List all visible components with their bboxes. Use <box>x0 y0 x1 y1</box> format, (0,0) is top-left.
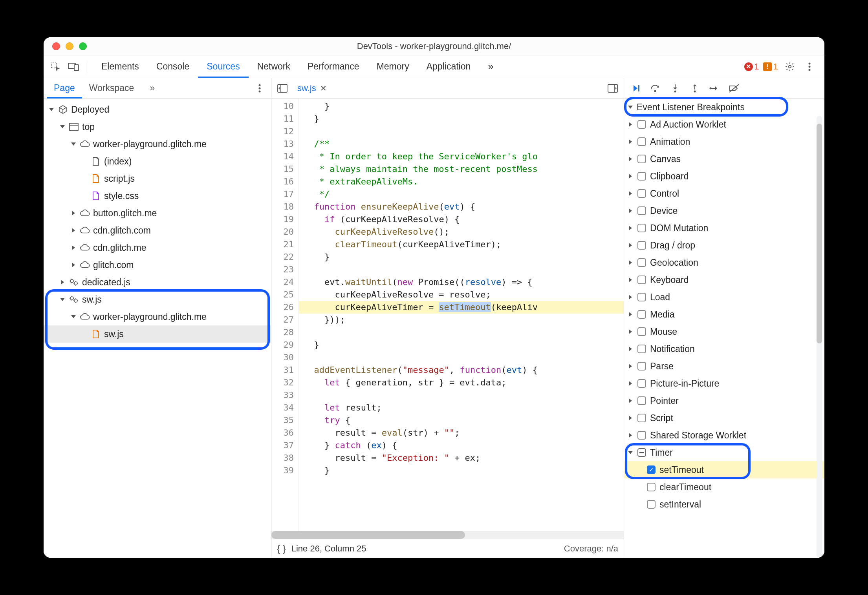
breakpoint-item[interactable]: setInterval <box>624 496 824 513</box>
panel-tab-memory[interactable]: Memory <box>368 55 418 78</box>
code-line[interactable]: })); <box>299 314 624 326</box>
settings-gear-icon[interactable] <box>782 59 798 75</box>
checkbox[interactable] <box>637 293 646 301</box>
checkbox[interactable] <box>637 206 646 215</box>
tree-node[interactable]: dedicated.js <box>44 274 271 291</box>
breakpoint-category[interactable]: DOM Mutation <box>624 219 824 237</box>
warning-badge[interactable]: !1 <box>763 62 778 72</box>
code-line[interactable]: } <box>299 339 624 351</box>
step-into-icon[interactable] <box>667 80 684 97</box>
checkbox[interactable] <box>637 345 646 353</box>
editor-file-tab[interactable]: sw.js ✕ <box>294 83 330 93</box>
inspect-element-icon[interactable] <box>48 59 63 75</box>
panel-tab-elements[interactable]: Elements <box>93 55 148 78</box>
code-line[interactable]: function ensureKeepAlive(evt) { <box>299 201 624 213</box>
code-line[interactable]: if (curKeepAliveResolve) { <box>299 213 624 226</box>
code-line[interactable] <box>299 125 624 138</box>
breakpoint-item[interactable]: setTimeout <box>624 461 824 478</box>
breakpoint-category[interactable]: Pointer <box>624 392 824 409</box>
breakpoint-category[interactable]: Mouse <box>624 323 824 340</box>
checkbox[interactable] <box>637 224 646 232</box>
tree-node[interactable]: style.css <box>44 187 271 204</box>
checkbox[interactable] <box>637 172 646 181</box>
checkbox[interactable] <box>637 276 646 284</box>
tree-node[interactable]: sw.js <box>44 291 271 308</box>
checkbox[interactable] <box>637 362 646 371</box>
code-line[interactable]: } catch (ex) { <box>299 439 624 452</box>
toggle-navigator-icon[interactable] <box>275 80 290 96</box>
checkbox[interactable] <box>647 500 656 509</box>
breakpoint-category[interactable]: Drag / drop <box>624 237 824 254</box>
tree-node[interactable]: Deployed <box>44 101 271 118</box>
code-line[interactable] <box>299 326 624 339</box>
checkbox[interactable] <box>637 241 646 250</box>
breakpoint-category[interactable]: Ad Auction Worklet <box>624 116 824 133</box>
code-area[interactable]: } } /** * In order to keep the ServiceWo… <box>299 99 624 531</box>
scroll-thumb[interactable] <box>271 531 465 539</box>
code-line[interactable]: */ <box>299 188 624 201</box>
checkbox[interactable] <box>647 483 656 491</box>
code-line[interactable] <box>299 351 624 364</box>
breakpoint-category[interactable]: Parse <box>624 358 824 375</box>
code-line[interactable]: try { <box>299 414 624 427</box>
tree-node[interactable]: cdn.glitch.com <box>44 222 271 239</box>
breakpoint-category[interactable]: Clipboard <box>624 168 824 185</box>
checkbox[interactable] <box>637 189 646 198</box>
code-line[interactable]: let { generation, str } = evt.data; <box>299 376 624 389</box>
deactivate-breakpoints-icon[interactable] <box>725 80 743 97</box>
code-line[interactable]: clearTimeout(curKeepAliveTimer); <box>299 238 624 251</box>
device-toolbar-icon[interactable] <box>66 59 81 75</box>
checkbox[interactable] <box>637 379 646 388</box>
panel-tab-sources[interactable]: Sources <box>198 55 248 78</box>
checkbox[interactable] <box>637 310 646 319</box>
navigator-kebab-icon[interactable] <box>251 78 268 99</box>
step-over-icon[interactable] <box>647 80 664 97</box>
navigator-subtabs-overflow-icon[interactable]: » <box>143 78 162 99</box>
panel-tab-network[interactable]: Network <box>249 55 299 78</box>
code-line[interactable]: * In order to keep the ServiceWorker's g… <box>299 150 624 163</box>
breakpoint-category[interactable]: Canvas <box>624 150 824 168</box>
toggle-debugger-icon[interactable] <box>605 80 621 96</box>
horizontal-scrollbar[interactable] <box>271 531 624 539</box>
tree-node[interactable]: glitch.com <box>44 256 271 274</box>
code-line[interactable]: } <box>299 464 624 477</box>
code-line[interactable]: } <box>299 113 624 125</box>
checkbox[interactable] <box>637 258 646 267</box>
code-line[interactable]: addEventListener("message", function(evt… <box>299 364 624 376</box>
breakpoint-category[interactable]: Media <box>624 306 824 323</box>
code-line[interactable]: let result; <box>299 402 624 414</box>
tree-node[interactable]: script.js <box>44 170 271 187</box>
breakpoint-item[interactable]: clearTimeout <box>624 478 824 496</box>
breakpoint-category[interactable]: Animation <box>624 133 824 150</box>
tree-node[interactable]: worker-playground.glitch.me <box>44 135 271 153</box>
code-line[interactable]: result = "Exception: " + ex; <box>299 452 624 464</box>
error-badge[interactable]: ✕1 <box>744 62 759 72</box>
breakpoint-category[interactable]: Timer <box>624 444 824 461</box>
scroll-thumb[interactable] <box>817 124 822 343</box>
tree-node[interactable]: cdn.glitch.me <box>44 239 271 256</box>
tree-node[interactable]: worker-playground.glitch.me <box>44 308 271 325</box>
breakpoint-category[interactable]: Picture-in-Picture <box>624 375 824 392</box>
panel-tabs-overflow-icon[interactable]: » <box>479 55 502 78</box>
resume-icon[interactable] <box>627 80 645 97</box>
panel-tab-performance[interactable]: Performance <box>299 55 368 78</box>
close-tab-icon[interactable]: ✕ <box>320 84 327 93</box>
code-line[interactable] <box>299 389 624 402</box>
step-out-icon[interactable] <box>686 80 703 97</box>
breakpoint-category[interactable]: Keyboard <box>624 271 824 288</box>
tree-node[interactable]: sw.js <box>44 325 271 343</box>
navigator-subtab-workspace[interactable]: Workspace <box>82 78 141 99</box>
panel-tab-console[interactable]: Console <box>148 55 198 78</box>
pretty-print-icon[interactable]: { } <box>277 543 286 554</box>
checkbox[interactable] <box>637 327 646 336</box>
code-line[interactable]: curKeepAliveResolve = resolve; <box>299 288 624 301</box>
code-line[interactable]: } <box>299 100 624 113</box>
checkbox[interactable] <box>637 120 646 129</box>
checkbox[interactable] <box>637 155 646 163</box>
code-line[interactable]: } <box>299 251 624 263</box>
breakpoint-category[interactable]: Geolocation <box>624 254 824 271</box>
tree-node[interactable]: (index) <box>44 153 271 170</box>
breakpoint-category[interactable]: Script <box>624 409 824 427</box>
checkbox[interactable] <box>637 396 646 405</box>
checkbox[interactable] <box>637 448 646 457</box>
